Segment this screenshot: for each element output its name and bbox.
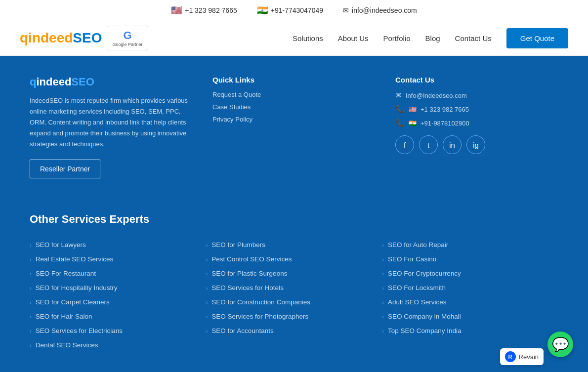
logo[interactable]: qindeedSEO <box>20 30 102 46</box>
footer-about-col: qindeedSEO IndeedSEO is most reputed fir… <box>30 76 193 178</box>
chevron-right-icon: › <box>206 299 208 305</box>
service-item[interactable]: ›SEO Services for Electricians <box>30 324 206 338</box>
contact-phone-in: 📞 🇮🇳 +91-9878102900 <box>395 119 558 127</box>
nav-contact[interactable]: Contact Us <box>455 34 492 42</box>
chevron-right-icon: › <box>382 328 384 334</box>
email-address: info@indeedseo.com <box>352 6 417 14</box>
linkedin-icon[interactable]: in <box>443 135 462 154</box>
phone-icon-us: 📞 <box>395 105 405 114</box>
revain-widget[interactable]: R Revain <box>500 348 544 365</box>
chevron-right-icon: › <box>206 328 208 334</box>
chevron-right-icon: › <box>30 271 32 277</box>
chevron-right-icon: › <box>382 285 384 291</box>
get-quote-button[interactable]: Get Quote <box>506 28 568 48</box>
service-item[interactable]: ›SEO for Carpet Cleaners <box>30 295 206 309</box>
contact-heading: Contact Us <box>395 76 558 84</box>
list-item[interactable]: Privacy Policy <box>212 116 376 123</box>
service-item[interactable]: ›SEO For Cryptocurrency <box>382 266 558 281</box>
services-col-1: ›SEO for Lawyers›Real Estate SEO Service… <box>30 238 206 352</box>
service-item[interactable]: ›Top SEO Company India <box>382 324 558 338</box>
chevron-right-icon: › <box>382 314 384 320</box>
email-icon: ✉ <box>343 6 349 14</box>
service-item[interactable]: ›SEO Company in Mohali <box>382 309 558 324</box>
whatsapp-button[interactable]: 💬 <box>547 331 573 357</box>
services-col-3: ›SEO for Auto Repair›SEO For Casino›SEO … <box>382 238 558 352</box>
google-partner-label: Google Partner <box>112 42 142 47</box>
flag-us-icon: 🇺🇸 <box>171 5 182 16</box>
nav-blog[interactable]: Blog <box>425 34 440 42</box>
facebook-icon[interactable]: f <box>395 135 414 154</box>
nav-links: Solutions About Us Portfolio Blog Contac… <box>293 28 568 48</box>
service-item[interactable]: ›SEO for Construction Companies <box>206 295 382 309</box>
footer-upper: qindeedSEO IndeedSEO is most reputed fir… <box>0 56 588 198</box>
footer-logo: qindeedSEO <box>30 76 94 88</box>
envelope-icon: ✉ <box>395 91 402 100</box>
chevron-right-icon: › <box>206 314 208 320</box>
chevron-right-icon: › <box>382 256 384 262</box>
flag-in-icon: 🇮🇳 <box>257 5 268 16</box>
footer-contact-col: Contact Us ✉ Info@Indeedseo.com 📞 🇺🇸 +1 … <box>395 76 558 178</box>
service-item[interactable]: ›SEO for Plastic Surgeons <box>206 266 382 281</box>
google-g-icon: G <box>123 29 131 42</box>
quicklinks-list: Request a Quote Case Studies Privacy Pol… <box>212 91 376 123</box>
revain-icon: R <box>505 351 516 362</box>
main-nav: qindeedSEO G Google Partner Solutions Ab… <box>0 21 588 56</box>
chevron-right-icon: › <box>382 242 384 248</box>
service-item[interactable]: ›SEO Services for Photographers <box>206 309 382 324</box>
phone-us[interactable]: 🇺🇸 +1 323 982 7665 <box>171 5 237 16</box>
service-item[interactable]: ›SEO for Accountants <box>206 324 382 338</box>
email-contact[interactable]: ✉ info@indeedseo.com <box>343 6 417 14</box>
phone-in[interactable]: 🇮🇳 +91-7743047049 <box>257 5 323 16</box>
chevron-right-icon: › <box>30 242 32 248</box>
social-icons: f t in ig <box>395 135 558 154</box>
other-services-section: Other Services Experts ›SEO for Lawyers›… <box>0 198 588 372</box>
chevron-right-icon: › <box>30 256 32 262</box>
service-item[interactable]: ›Real Estate SEO Services <box>30 252 206 266</box>
footer-description: IndeedSEO is most reputed firm which pro… <box>30 95 193 150</box>
contact-phone-us: 📞 🇺🇸 +1 323 982 7665 <box>395 105 558 114</box>
chevron-right-icon: › <box>206 242 208 248</box>
service-item[interactable]: ›SEO For Casino <box>382 252 558 266</box>
chevron-right-icon: › <box>30 314 32 320</box>
chevron-right-icon: › <box>30 328 32 334</box>
service-item[interactable]: ›Adult SEO Services <box>382 295 558 309</box>
list-item[interactable]: Request a Quote <box>212 91 376 98</box>
contact-email: ✉ Info@Indeedseo.com <box>395 91 558 100</box>
nav-about[interactable]: About Us <box>338 34 369 42</box>
chevron-right-icon: › <box>206 256 208 262</box>
service-item[interactable]: ›SEO For Restaurant <box>30 266 206 281</box>
service-item[interactable]: ›SEO for Hospitality Industry <box>30 281 206 295</box>
chevron-right-icon: › <box>206 271 208 277</box>
service-item[interactable]: ›Pest Control SEO Services <box>206 252 382 266</box>
phone-us-number: +1 323 982 7665 <box>185 6 237 14</box>
whatsapp-icon: 💬 <box>552 336 569 353</box>
service-item[interactable]: ›SEO for Lawyers <box>30 238 206 252</box>
chevron-right-icon: › <box>30 299 32 305</box>
phone-icon-in: 📞 <box>395 119 405 127</box>
service-item[interactable]: ›SEO for Auto Repair <box>382 238 558 252</box>
nav-solutions[interactable]: Solutions <box>293 34 323 42</box>
service-item[interactable]: ›Dental SEO Services <box>30 338 206 352</box>
service-item[interactable]: ›SEO for Plumbers <box>206 238 382 252</box>
nav-portfolio[interactable]: Portfolio <box>383 34 411 42</box>
quicklinks-heading: Quick Links <box>212 76 376 84</box>
service-item[interactable]: ›SEO for Hair Salon <box>30 309 206 324</box>
services-grid: ›SEO for Lawyers›Real Estate SEO Service… <box>30 238 558 352</box>
phone-in-number: +91-7743047049 <box>271 6 323 14</box>
service-item[interactable]: ›SEO Services for Hotels <box>206 281 382 295</box>
chevron-right-icon: › <box>30 285 32 291</box>
chevron-right-icon: › <box>382 299 384 305</box>
chevron-right-icon: › <box>382 271 384 277</box>
twitter-icon[interactable]: t <box>419 135 438 154</box>
footer-quicklinks-col: Quick Links Request a Quote Case Studies… <box>212 76 376 178</box>
service-item[interactable]: ›SEO For Locksmith <box>382 281 558 295</box>
instagram-icon[interactable]: ig <box>466 135 485 154</box>
google-partner-badge: G Google Partner <box>107 26 148 50</box>
logo-q: q <box>20 30 28 45</box>
logo-area: qindeedSEO G Google Partner <box>20 26 148 50</box>
top-bar: 🇺🇸 +1 323 982 7665 🇮🇳 +91-7743047049 ✉ i… <box>0 0 588 21</box>
reseller-partner-button[interactable]: Reseller Partner <box>30 160 100 178</box>
list-item[interactable]: Case Studies <box>212 103 376 111</box>
services-col-2: ›SEO for Plumbers›Pest Control SEO Servi… <box>206 238 382 352</box>
chevron-right-icon: › <box>206 285 208 291</box>
